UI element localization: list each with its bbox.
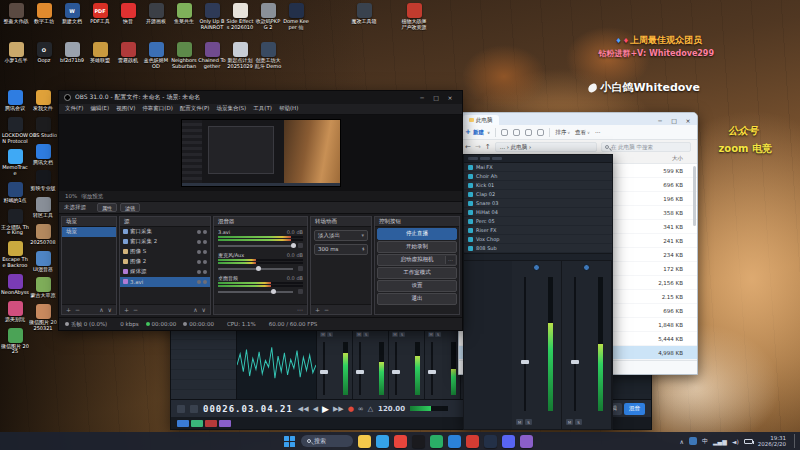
desktop-icon[interactable]: 蒙古大草原 — [29, 277, 57, 299]
forward-icon[interactable]: → — [475, 143, 481, 151]
desktop-icon[interactable]: 英雄联盟 — [86, 42, 114, 70]
metronome-icon[interactable]: △ — [368, 405, 373, 413]
mixer-strip[interactable]: MS — [389, 330, 425, 399]
daw-browser-panel[interactable] — [171, 330, 237, 399]
mute-solo-buttons[interactable]: MS — [566, 419, 582, 425]
desktop-icon[interactable]: Only Up BRAINROT — [198, 3, 226, 31]
mute-icon[interactable] — [298, 266, 303, 271]
gear-icon[interactable]: ⋯ — [445, 256, 455, 264]
desktop-icon[interactable]: PDFPDF工具 — [86, 3, 114, 31]
menu-item[interactable]: 场景集合(S) — [213, 105, 249, 112]
menu-item[interactable]: 停靠窗口(D) — [139, 105, 176, 112]
show-desktop-button[interactable] — [794, 434, 796, 448]
rewind-icon[interactable]: ◀◀ — [298, 405, 309, 413]
desktop-icon[interactable]: 魔改工具箱 — [350, 3, 378, 31]
fast-forward-icon[interactable]: ▶▶ — [333, 405, 344, 413]
sample-row[interactable]: Choir Ah — [464, 172, 612, 181]
scene-item[interactable]: 场景 — [62, 227, 116, 237]
desktop-icon[interactable]: 新起点计划 20251029 — [226, 42, 254, 70]
taskbar-app-icon[interactable] — [412, 435, 425, 448]
pattern-block[interactable] — [219, 420, 231, 427]
properties-button[interactable]: 属性 — [97, 203, 117, 212]
tray-chevron-icon[interactable]: ∧ — [680, 438, 684, 445]
rename-icon[interactable] — [525, 129, 532, 136]
sort-button[interactable]: 排序 — [555, 129, 570, 136]
desktop-icon[interactable]: 20250708 — [29, 224, 57, 246]
fader[interactable] — [359, 342, 361, 395]
desktop-icon[interactable]: 开源画板 — [142, 3, 170, 31]
fader[interactable] — [524, 277, 526, 411]
control-button[interactable]: 启动虚拟相机⋯ — [377, 254, 457, 266]
spin-down-icon[interactable]: ▾ — [362, 249, 364, 251]
remove-icon[interactable]: − — [324, 306, 329, 313]
source-item[interactable]: 3.avi — [120, 277, 210, 287]
desktop-icon[interactable]: 微信图片 2025 — [1, 328, 29, 356]
add-icon[interactable]: + — [315, 306, 320, 313]
rack-strip[interactable]: MS — [512, 261, 562, 429]
taskbar-app-icon[interactable] — [502, 435, 515, 448]
copy-icon[interactable] — [513, 129, 520, 136]
sample-row[interactable]: Kick 01 — [464, 181, 612, 190]
move-up-icon[interactable]: ∧ — [193, 306, 197, 313]
taskbar-app-icon[interactable] — [376, 435, 389, 448]
menu-item[interactable]: 帮助(H) — [276, 105, 301, 112]
desktop-icon[interactable]: 小梦1点半 — [2, 42, 30, 70]
control-button[interactable]: 设置⋯ — [377, 280, 457, 292]
lock-icon[interactable] — [203, 230, 207, 234]
desktop-icon[interactable]: 王之猎队 The King — [1, 209, 29, 237]
preview-thumbnail[interactable] — [182, 120, 340, 186]
dock-title[interactable]: 场景 — [62, 217, 116, 227]
explorer-tab[interactable]: 此电脑 — [463, 115, 499, 125]
mixer-strip[interactable]: MS — [317, 330, 353, 399]
dock-title[interactable]: 控制按钮 — [375, 217, 459, 227]
minimize-button[interactable] — [415, 92, 429, 103]
back-icon[interactable]: ← — [465, 143, 471, 151]
mute-icon[interactable] — [298, 243, 303, 248]
control-button[interactable]: 停止直播⋯ — [377, 228, 457, 240]
source-item[interactable]: 媒体源 — [120, 267, 210, 277]
fader[interactable] — [395, 342, 397, 395]
mixer-strip[interactable]: MS — [425, 330, 461, 399]
desktop-icon[interactable]: OBS Studio — [29, 117, 57, 139]
scrollbar[interactable] — [693, 166, 696, 226]
visibility-icon[interactable] — [197, 230, 201, 234]
add-icon[interactable]: + — [124, 306, 129, 313]
obs-title-bar[interactable]: OBS 31.0.0 - 配置文件: 未命名 - 场景: 未命名 — [59, 91, 462, 104]
desktop-icon[interactable]: UI混音器 — [29, 251, 57, 273]
close-button[interactable] — [443, 92, 457, 103]
ime-indicator[interactable]: 中 — [702, 437, 708, 446]
sample-row[interactable]: Clap 02 — [464, 190, 612, 199]
taskbar-app-icon[interactable] — [484, 435, 497, 448]
source-item[interactable]: 窗口采集 — [120, 227, 210, 237]
desktop-icon[interactable]: 创意工坊大乱斗 Demo — [254, 42, 282, 70]
volume-slider[interactable] — [218, 289, 303, 295]
sample-row[interactable]: Vox Chop — [464, 235, 612, 244]
tray-app-icon[interactable] — [689, 437, 697, 445]
pan-knob[interactable] — [583, 264, 590, 271]
desktop-icon[interactable]: 整蛊大作战 — [2, 3, 30, 31]
desktop-icon[interactable]: bf2d71b9 — [58, 42, 86, 70]
up-icon[interactable]: ↑ — [485, 143, 491, 151]
transition-select[interactable]: 淡入淡出 — [314, 230, 368, 241]
desktop-icon[interactable]: 蓝色妖姬MOD — [142, 42, 170, 70]
control-button[interactable]: 退出⋯ — [377, 293, 457, 305]
menu-item[interactable]: 编辑(E) — [87, 105, 112, 112]
sample-row[interactable]: Snare 03 — [464, 199, 612, 208]
desktop-icon[interactable]: Neighbors Suburban — [170, 42, 198, 70]
desktop-icon[interactable]: 鱼菜共生 — [170, 3, 198, 31]
taskbar-app-icon[interactable] — [394, 435, 407, 448]
sample-row[interactable]: HiHat 04 — [464, 208, 612, 217]
pan-knob[interactable] — [533, 264, 540, 271]
desktop-icon[interactable]: 植物大战僵尸户改资源 — [400, 3, 428, 31]
fader[interactable] — [431, 342, 433, 395]
desktop-icon[interactable]: 雷霆战机 — [114, 42, 142, 70]
source-item[interactable]: 图像 2 — [120, 257, 210, 267]
delete-icon[interactable] — [537, 129, 544, 136]
mute-icon[interactable] — [298, 289, 303, 294]
desktop-icon[interactable]: OOopz — [30, 42, 58, 70]
desktop-icon[interactable]: LOCKDOWN Protocol — [1, 117, 29, 145]
menu-item[interactable]: 工具(T) — [250, 105, 275, 112]
control-button[interactable]: 工作室模式⋯ — [377, 267, 457, 279]
desktop-icon[interactable]: 发我文件 — [29, 90, 57, 112]
volume-slider[interactable] — [218, 243, 303, 249]
